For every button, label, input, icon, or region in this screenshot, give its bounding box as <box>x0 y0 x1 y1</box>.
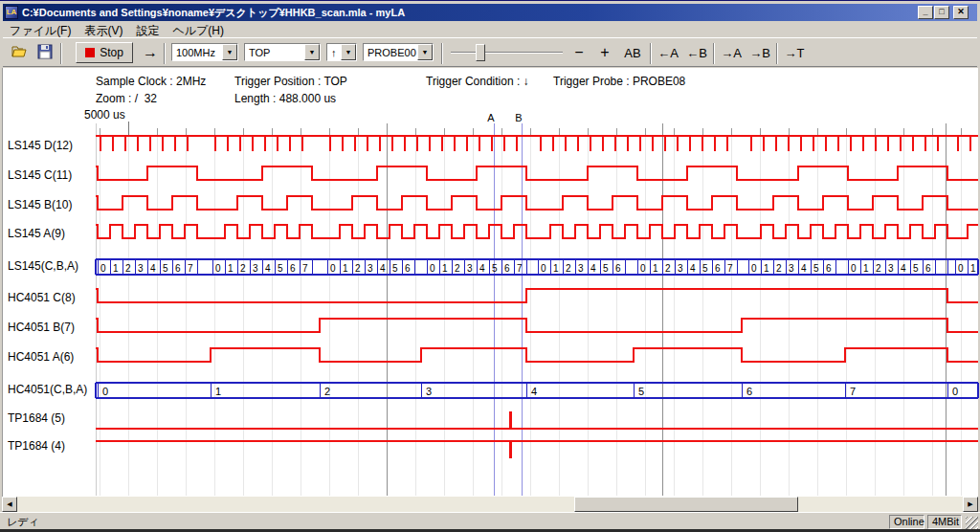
svg-text:2: 2 <box>240 263 246 274</box>
svg-text:1: 1 <box>553 263 559 274</box>
svg-text:1: 1 <box>764 263 769 274</box>
svg-text:3: 3 <box>467 263 473 274</box>
svg-text:5: 5 <box>163 263 168 274</box>
svg-text:4: 4 <box>531 386 537 397</box>
svg-text:4: 4 <box>380 263 386 274</box>
svg-text:1: 1 <box>863 263 869 274</box>
svg-text:4: 4 <box>265 263 271 274</box>
svg-text:1: 1 <box>343 263 348 274</box>
svg-text:0: 0 <box>952 386 958 397</box>
svg-text:1: 1 <box>215 386 221 397</box>
svg-text:1: 1 <box>228 263 234 274</box>
svg-text:4: 4 <box>690 263 696 274</box>
svg-text:4: 4 <box>590 263 596 274</box>
svg-text:3: 3 <box>368 263 373 274</box>
svg-text:3: 3 <box>789 263 794 274</box>
svg-text:7: 7 <box>188 263 193 274</box>
svg-text:6: 6 <box>715 263 721 274</box>
memory-size-badge: 4MBit <box>927 515 962 529</box>
svg-text:2: 2 <box>876 263 881 274</box>
svg-text:3: 3 <box>678 263 683 274</box>
scroll-right-arrow[interactable]: ▶ <box>963 497 978 512</box>
svg-text:1: 1 <box>442 263 448 274</box>
svg-text:7: 7 <box>727 263 733 274</box>
svg-text:2: 2 <box>324 386 330 397</box>
svg-text:6: 6 <box>746 386 752 397</box>
svg-text:0: 0 <box>330 263 336 274</box>
svg-text:5: 5 <box>492 263 498 274</box>
svg-text:4: 4 <box>150 263 156 274</box>
svg-text:5: 5 <box>702 263 708 274</box>
svg-text:2: 2 <box>665 263 671 274</box>
svg-text:5: 5 <box>813 263 819 274</box>
svg-text:2: 2 <box>355 263 361 274</box>
svg-text:1: 1 <box>653 263 658 274</box>
status-message: レディ <box>2 515 884 529</box>
waveform-canvas: 0123456701234567012345601234567012345601… <box>0 1 980 532</box>
svg-text:1: 1 <box>113 263 119 274</box>
svg-text:6: 6 <box>405 263 411 274</box>
resize-grip[interactable] <box>966 517 978 529</box>
svg-text:5: 5 <box>278 263 283 274</box>
svg-text:2: 2 <box>566 263 571 274</box>
svg-text:7: 7 <box>517 263 523 274</box>
svg-text:0: 0 <box>215 263 221 274</box>
svg-text:1: 1 <box>970 263 976 274</box>
svg-text:6: 6 <box>175 263 181 274</box>
svg-text:5: 5 <box>603 263 609 274</box>
svg-text:0: 0 <box>851 263 857 274</box>
svg-text:6: 6 <box>615 263 621 274</box>
svg-text:4: 4 <box>801 263 807 274</box>
svg-text:3: 3 <box>578 263 584 274</box>
svg-text:0: 0 <box>430 263 435 274</box>
svg-text:2: 2 <box>125 263 131 274</box>
svg-text:B: B <box>515 112 522 123</box>
horizontal-scrollbar: ◀ ▶ <box>2 497 978 512</box>
svg-text:7: 7 <box>302 263 308 274</box>
svg-text:4: 4 <box>479 263 485 274</box>
svg-text:4: 4 <box>901 263 906 274</box>
svg-text:0: 0 <box>102 386 108 397</box>
svg-text:0: 0 <box>100 263 106 274</box>
online-status-badge: Online <box>889 515 924 529</box>
svg-text:0: 0 <box>541 263 546 274</box>
scroll-left-arrow[interactable]: ◀ <box>2 497 17 512</box>
svg-text:3: 3 <box>138 263 144 274</box>
status-bar: レディ Online 4MBit <box>0 512 980 530</box>
svg-text:A: A <box>487 112 495 123</box>
svg-text:3: 3 <box>426 386 432 397</box>
svg-text:5: 5 <box>913 263 919 274</box>
svg-text:5: 5 <box>638 386 644 397</box>
svg-text:3: 3 <box>888 263 894 274</box>
svg-text:6: 6 <box>925 263 931 274</box>
svg-text:6: 6 <box>826 263 832 274</box>
svg-text:6: 6 <box>290 263 296 274</box>
svg-text:6: 6 <box>504 263 510 274</box>
svg-text:2: 2 <box>776 263 782 274</box>
svg-text:0: 0 <box>958 263 964 274</box>
svg-text:5: 5 <box>392 263 398 274</box>
svg-text:3: 3 <box>253 263 258 274</box>
svg-text:7: 7 <box>850 386 856 397</box>
scrollbar-thumb[interactable] <box>574 497 798 512</box>
svg-text:2: 2 <box>455 263 460 274</box>
svg-text:0: 0 <box>751 263 757 274</box>
svg-text:0: 0 <box>640 263 646 274</box>
app-window: LA C:¥Documents and Settings¥noname¥デスクト… <box>0 0 980 532</box>
